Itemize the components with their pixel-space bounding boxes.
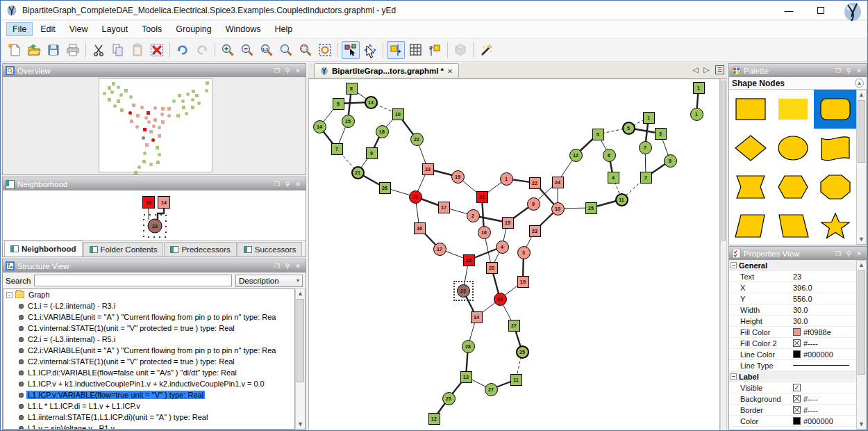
graph-node-25[interactable]: 25: [585, 202, 597, 214]
edit-mode-button[interactable]: [342, 41, 360, 59]
property-row-width[interactable]: Width30.0: [729, 304, 856, 316]
graph-node-5[interactable]: 5: [333, 98, 344, 110]
tree-item[interactable]: L1.v = sinVoltage.v - R1.v: [3, 423, 294, 430]
graph-node-14[interactable]: 14: [313, 120, 326, 133]
graph-node-12[interactable]: 12: [569, 149, 583, 162]
pin-icon[interactable]: ⚲: [845, 67, 852, 74]
graph-node-18[interactable]: 18: [376, 125, 389, 138]
menu-item-windows[interactable]: Windows: [219, 22, 267, 36]
tree-item[interactable]: L1.ICP.v + k1.inductiveCouplePin1.v + k2…: [3, 378, 294, 389]
collapse-icon[interactable]: −: [731, 262, 737, 268]
menu-item-tools[interactable]: Tools: [135, 22, 168, 36]
close-tab-icon[interactable]: ✕: [447, 67, 453, 75]
property-row-fill-color-2[interactable]: Fill Color 2#----: [729, 338, 856, 349]
graph-node-23[interactable]: 23: [422, 163, 434, 175]
collapse-section-icon[interactable]: ▲: [855, 79, 864, 88]
graph-node-11[interactable]: 11: [615, 193, 628, 206]
tree-item[interactable]: C2.i = (-L3.iinternal) - R5.i: [3, 334, 294, 345]
graph-node-26[interactable]: 26: [379, 182, 391, 194]
palette-shape-trapezoid[interactable]: [729, 206, 771, 245]
color-swatch[interactable]: [793, 350, 801, 358]
label-mode-button[interactable]: P: [426, 41, 444, 59]
fit-content-button[interactable]: [316, 41, 334, 59]
tree-item[interactable]: C1.i:VARIABLE(unit = "A" ) "Current flow…: [3, 311, 294, 323]
palette-shape-hexagon[interactable]: [771, 168, 814, 206]
zoom-selection-button[interactable]: [297, 41, 315, 59]
graph-node-14[interactable]: 14: [471, 311, 483, 323]
print-button[interactable]: [64, 41, 82, 59]
float-icon[interactable]: ❐: [835, 67, 842, 74]
graph-node-20[interactable]: 20: [486, 262, 498, 274]
tree-item[interactable]: C2.i:VARIABLE(unit = "A" ) "Current flow…: [3, 345, 294, 356]
graph-node-8[interactable]: 8: [346, 83, 358, 95]
prev-tab-icon[interactable]: ◁: [692, 65, 698, 74]
zoom-button[interactable]: [277, 41, 295, 59]
property-section-general[interactable]: −General: [729, 260, 856, 271]
tab-successors[interactable]: Successors: [237, 242, 302, 257]
pin-icon[interactable]: ⚲: [284, 181, 291, 188]
scroll-up-icon[interactable]: ▲: [296, 289, 305, 298]
graph-node-8[interactable]: 8: [664, 154, 677, 168]
graph-node-10[interactable]: 10: [551, 202, 565, 216]
palette-shape-ellipse[interactable]: [771, 129, 814, 168]
delete-button[interactable]: [148, 41, 166, 59]
property-row-y[interactable]: Y556.0: [729, 293, 856, 304]
scroll-down-icon[interactable]: ▼: [296, 420, 305, 429]
no-color-swatch[interactable]: [793, 406, 801, 414]
graph-node-3[interactable]: 3: [655, 128, 667, 140]
property-row-x[interactable]: X396.0: [729, 282, 856, 293]
line-type-sample[interactable]: [793, 365, 849, 366]
property-row-fill-color[interactable]: Fill Color#f0988e: [729, 327, 856, 338]
tab-predecessors[interactable]: Predecessors: [164, 242, 236, 257]
neighborhood-content[interactable]: 151423: [3, 190, 306, 240]
property-row-text[interactable]: Text23: [729, 271, 856, 282]
palette-shape-trapezoid-2[interactable]: [771, 206, 814, 245]
close-icon[interactable]: ✕: [294, 67, 301, 74]
graph-node-22[interactable]: 22: [410, 133, 424, 146]
scroll-down-icon[interactable]: ▼: [857, 420, 866, 429]
float-icon[interactable]: ❐: [274, 181, 281, 188]
graph-node-25[interactable]: 25: [516, 345, 529, 359]
tree-item[interactable]: L1.ICP.di:VARIABLE(flow=false unit = "A/…: [3, 367, 294, 378]
graph-node-21[interactable]: 21: [351, 166, 365, 179]
graph-node-16[interactable]: 16: [478, 226, 491, 239]
graph-node-19[interactable]: 19: [451, 170, 465, 184]
graph-node-19[interactable]: 19: [517, 276, 529, 288]
graph-node-7[interactable]: 7: [331, 143, 343, 155]
save-button[interactable]: [44, 41, 62, 59]
palette-shape-curved-rectangle[interactable]: [814, 129, 856, 168]
color-swatch[interactable]: [793, 328, 801, 336]
graph-node-13[interactable]: 13: [365, 96, 378, 109]
close-icon[interactable]: ✕: [856, 67, 862, 74]
zoom-in-button[interactable]: [219, 41, 237, 59]
structure-titlebar[interactable]: Structure View ❐ ⚲ ✕: [3, 259, 306, 273]
open-button[interactable]: [25, 41, 43, 59]
tree-root-row[interactable]: − Graph: [3, 289, 294, 300]
collapse-icon[interactable]: −: [6, 292, 12, 298]
graph-node-2[interactable]: 2: [640, 172, 652, 184]
palette-shape-rectangle-plain[interactable]: [771, 90, 814, 129]
graph-node-27[interactable]: 27: [508, 320, 520, 332]
tree-item[interactable]: L1.iinternal:STATE(1,L1.ICP.di)(unit = "…: [3, 412, 294, 423]
checkbox-checked-icon[interactable]: ✓: [793, 384, 801, 391]
tab-list-icon[interactable]: ☰: [715, 65, 724, 74]
graph-node-11[interactable]: 11: [510, 374, 522, 386]
tree-scrollbar[interactable]: ▲ ▼: [295, 288, 306, 430]
menu-item-grouping[interactable]: Grouping: [169, 22, 217, 36]
menu-item-view[interactable]: View: [63, 22, 94, 36]
property-row-background[interactable]: Background#----: [729, 393, 856, 405]
graph-node-15[interactable]: 15: [342, 115, 355, 128]
maximize-button[interactable]: [805, 1, 837, 20]
graph-canvas[interactable]: 8513141510182279212623192017121222249101…: [308, 79, 720, 431]
menu-item-layout[interactable]: Layout: [96, 22, 135, 36]
graph-node-1[interactable]: 1: [643, 112, 655, 124]
property-row-border[interactable]: Border#----: [729, 405, 856, 416]
graph-node-4[interactable]: 4: [496, 241, 509, 254]
shape-nodes-header[interactable]: Shape Nodes ▲: [729, 77, 867, 90]
graph-node-25[interactable]: 25: [442, 392, 456, 405]
palette-shape-diamond[interactable]: [729, 129, 771, 168]
graph-node-24[interactable]: 24: [552, 177, 564, 188]
scroll-up-icon[interactable]: ▲: [857, 90, 866, 99]
property-row-color[interactable]: Color#000000: [729, 416, 856, 427]
new-document-button[interactable]: [6, 41, 24, 59]
